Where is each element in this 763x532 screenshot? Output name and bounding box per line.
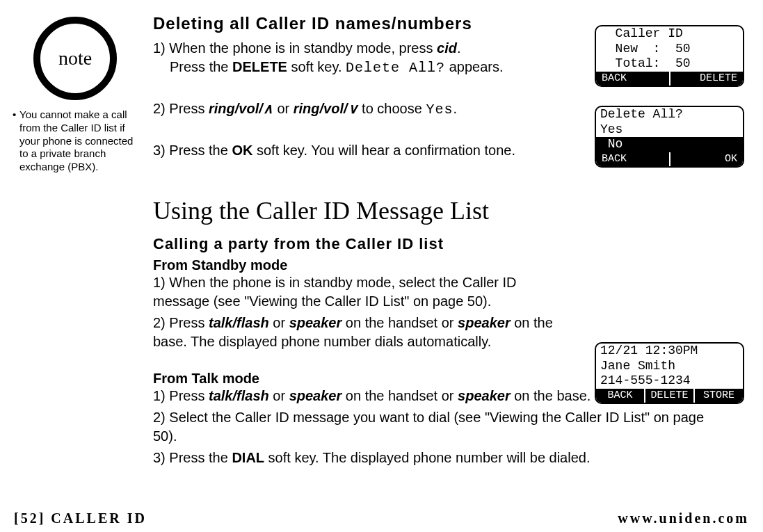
lcd-line: 12/21 12:30PM: [596, 344, 743, 359]
standby-step-1: 1) When the phone is in standby mode, se…: [153, 273, 570, 311]
lcd-line: Delete All?: [596, 107, 743, 122]
softkey-back[interactable]: BACK: [596, 389, 644, 403]
note-label: note: [58, 47, 92, 70]
talk-step-2: 2) Select the Caller ID message you want…: [153, 408, 723, 446]
step-2: 2) Press ring/vol/∧ or ring/vol/∨ to cho…: [153, 99, 584, 119]
softkey-back[interactable]: BACK: [596, 152, 669, 166]
page-number: [52]: [14, 510, 45, 526]
softkey-back[interactable]: BACK: [596, 72, 669, 86]
lcd-screen-contact: 12/21 12:30PM Jane Smith 214-555-1234 BA…: [595, 342, 744, 404]
lcd-line-selected: No: [596, 137, 743, 152]
lcd-softkey-row: BACK DELETE: [596, 72, 743, 86]
mode-title-standby: From Standby mode: [153, 257, 737, 273]
lcd-line: Jane Smith: [596, 359, 743, 374]
step-1: 1) When the phone is in standby mode, pr…: [153, 39, 584, 77]
note-badge: note: [33, 17, 117, 100]
lcd-screen-deleteall: Delete All? Yes No BACK OK: [595, 106, 744, 168]
lcd-line: 214-555-1234: [596, 373, 743, 389]
standby-step-2: 2) Press talk/flash or speaker on the ha…: [153, 314, 570, 351]
lcd-line: New : 50: [596, 42, 743, 57]
section-title-using: Using the Caller ID Message List: [153, 196, 737, 225]
note-text: You cannot make a call from the Caller I…: [13, 108, 138, 174]
step-3: 3) Press the OK soft key. You will hear …: [153, 141, 626, 160]
softkey-delete[interactable]: DELETE: [669, 72, 744, 86]
softkey-ok[interactable]: OK: [669, 152, 744, 166]
subsection-title-calling: Calling a party from the Caller ID list: [153, 235, 737, 253]
lcd-softkey-row: BACK DELETE STORE: [596, 389, 743, 403]
lcd-line: Yes: [596, 122, 743, 138]
lcd-screen-callerid: Caller ID New : 50 Total: 50 BACK DELETE: [595, 25, 744, 87]
talk-step-3: 3) Press the DIAL soft key. The displaye…: [153, 449, 723, 467]
lcd-line: Caller ID: [596, 26, 743, 42]
footer-section: CALLER ID: [45, 510, 147, 526]
footer-left: [52] CALLER ID: [14, 510, 147, 526]
lcd-line: Total: 50: [596, 56, 743, 72]
softkey-store[interactable]: STORE: [693, 389, 743, 403]
footer-url: www.uniden.com: [618, 510, 749, 526]
sidebar: note You cannot make a call from the Cal…: [13, 17, 138, 174]
page-footer: [52] CALLER ID www.uniden.com: [0, 510, 763, 526]
lcd-softkey-row: BACK OK: [596, 152, 743, 166]
softkey-delete[interactable]: DELETE: [644, 389, 693, 403]
